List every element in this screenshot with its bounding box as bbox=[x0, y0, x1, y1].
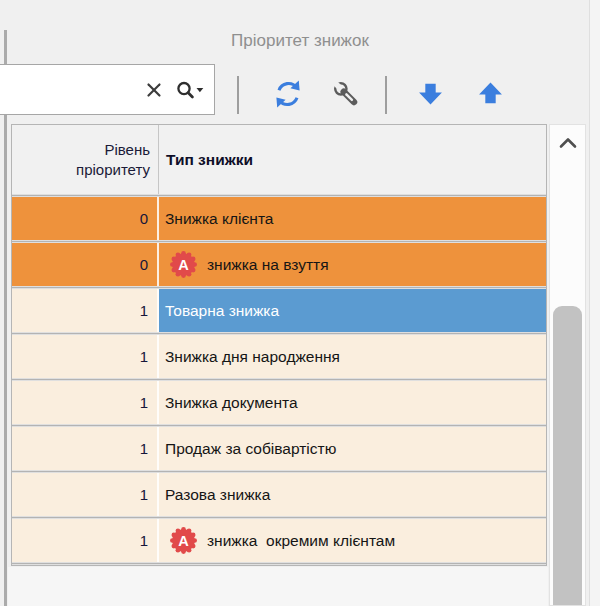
priority-cell[interactable]: 1 bbox=[12, 519, 159, 562]
type-label: Товарна знижка bbox=[165, 302, 279, 320]
type-label: знижка окремим клієнтам bbox=[207, 532, 395, 550]
table-row[interactable]: 1 Продаж за собівартістю bbox=[12, 427, 546, 470]
type-label: Разова знижка bbox=[165, 486, 270, 504]
type-cell[interactable]: Разова знижка bbox=[159, 473, 546, 516]
type-cell[interactable]: Знижка дня народження bbox=[159, 335, 546, 378]
table-row[interactable]: 0 Знижка клієнта bbox=[12, 197, 546, 240]
page-title: Пріоритет знижок bbox=[0, 31, 600, 51]
priority-cell[interactable]: 0 bbox=[12, 243, 159, 286]
search-input[interactable] bbox=[0, 65, 133, 114]
type-label: Знижка клієнта bbox=[165, 210, 273, 228]
wrench-icon[interactable] bbox=[330, 78, 362, 110]
discount-priority-table: Рівень пріоритету Тип знижки 0 Знижка кл… bbox=[11, 124, 547, 566]
toolbar-separator bbox=[237, 76, 239, 114]
arrow-up-icon[interactable] bbox=[477, 80, 504, 107]
type-cell[interactable]: Товарна знижка bbox=[159, 289, 546, 332]
priority-cell[interactable]: 1 bbox=[12, 473, 159, 516]
panel-right-edge bbox=[589, 0, 600, 606]
type-cell[interactable]: A знижка окремим клієнтам bbox=[159, 519, 546, 562]
priority-cell[interactable]: 1 bbox=[12, 427, 159, 470]
table-header: Рівень пріоритету Тип знижки bbox=[12, 125, 546, 194]
clear-icon[interactable] bbox=[144, 80, 164, 100]
type-label: Продаж за собівартістю bbox=[165, 440, 336, 458]
svg-text:A: A bbox=[178, 257, 189, 273]
refresh-icon[interactable] bbox=[270, 76, 306, 112]
svg-text:A: A bbox=[178, 533, 189, 549]
table-row[interactable]: 1 Знижка документа bbox=[12, 381, 546, 424]
table-row[interactable]: 1 Знижка дня народження bbox=[12, 335, 546, 378]
scroll-up-icon[interactable] bbox=[557, 136, 579, 150]
type-label: знижка на взуття bbox=[207, 256, 329, 274]
type-cell[interactable]: Знижка документа bbox=[159, 381, 546, 424]
type-cell[interactable]: A знижка на взуття bbox=[159, 243, 546, 286]
table-body: 0 Знижка клієнта 0 bbox=[12, 197, 546, 565]
column-header-priority[interactable]: Рівень пріоритету bbox=[12, 125, 159, 194]
vertical-scrollbar[interactable] bbox=[549, 124, 586, 606]
scrollbar-thumb[interactable] bbox=[553, 306, 582, 606]
toolbar-separator bbox=[385, 76, 387, 114]
priority-cell[interactable]: 0 bbox=[12, 197, 159, 240]
column-header-type[interactable]: Тип знижки bbox=[159, 125, 546, 194]
panel-left-border bbox=[4, 30, 7, 606]
type-label: Знижка документа bbox=[165, 394, 298, 412]
arrow-down-icon[interactable] bbox=[417, 80, 444, 107]
type-label: Знижка дня народження bbox=[165, 348, 340, 366]
below-table-area bbox=[8, 567, 548, 606]
search-menu-icon[interactable] bbox=[175, 80, 205, 100]
priority-cell[interactable]: 1 bbox=[12, 381, 159, 424]
priority-cell[interactable]: 1 bbox=[12, 335, 159, 378]
search-box[interactable] bbox=[0, 64, 215, 115]
type-cell[interactable]: Продаж за собівартістю bbox=[159, 427, 546, 470]
table-row[interactable]: 1 A знижка окремим клієнтам bbox=[12, 519, 546, 562]
discount-badge-icon: A bbox=[168, 525, 199, 556]
table-row[interactable]: 0 A знижка на взуття bbox=[12, 243, 546, 286]
row-separator bbox=[12, 562, 546, 565]
discount-badge-icon: A bbox=[168, 249, 199, 280]
type-cell[interactable]: Знижка клієнта bbox=[159, 197, 546, 240]
priority-cell[interactable]: 1 bbox=[12, 289, 159, 332]
table-row[interactable]: 1 Товарна знижка bbox=[12, 289, 546, 332]
table-row[interactable]: 1 Разова знижка bbox=[12, 473, 546, 516]
